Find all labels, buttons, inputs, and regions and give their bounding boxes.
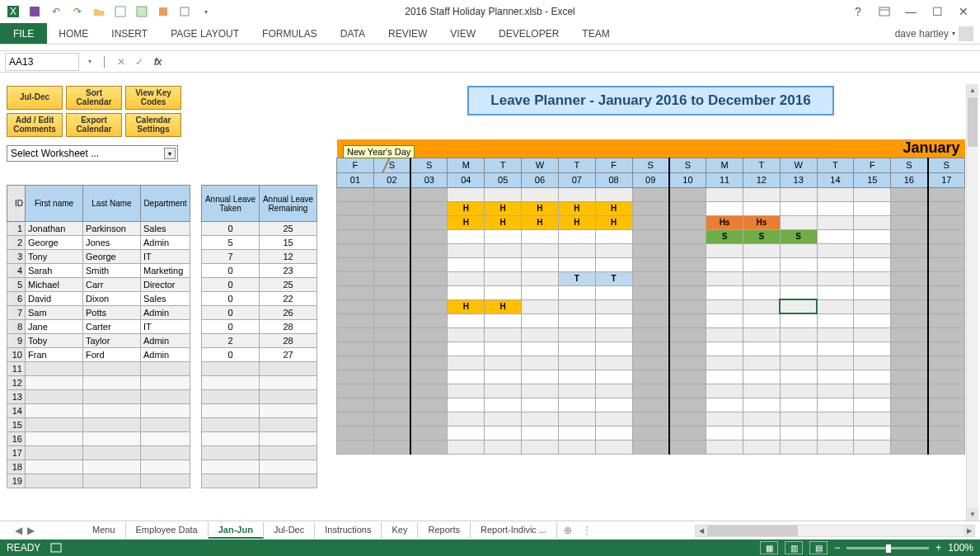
calendar-cell[interactable] — [928, 412, 965, 426]
calendar-cell[interactable] — [522, 271, 559, 285]
calendar-cell[interactable] — [632, 215, 669, 229]
calendar-cell[interactable] — [485, 342, 522, 356]
calendar-cell[interactable] — [706, 313, 743, 327]
calendar-cell[interactable] — [595, 440, 632, 454]
calendar-cell[interactable] — [558, 243, 595, 257]
table-row[interactable] — [202, 446, 317, 460]
calendar-cell[interactable] — [891, 384, 928, 398]
calendar-cell[interactable] — [854, 356, 891, 370]
calendar-cell[interactable]: H — [448, 299, 485, 313]
table-row[interactable]: 10 Fran Ford Admin — [7, 348, 190, 362]
table-row[interactable]: 025 — [202, 278, 317, 292]
calendar-cell[interactable] — [669, 426, 706, 440]
ribbon-tab-home[interactable]: HOME — [47, 23, 100, 44]
ctrl-btn-jul-dec[interactable]: Jul-Dec — [7, 86, 63, 110]
calendar-cell[interactable]: S — [706, 229, 743, 243]
table-row[interactable] — [202, 376, 317, 390]
calendar-cell[interactable] — [448, 426, 485, 440]
calendar-cell[interactable] — [928, 327, 965, 342]
calendar-cell[interactable] — [891, 229, 928, 243]
calendar-cell[interactable]: H — [485, 299, 522, 313]
calendar-cell[interactable] — [373, 356, 410, 370]
calendar-cell[interactable] — [632, 370, 669, 384]
calendar-cell[interactable] — [522, 412, 559, 426]
calendar-cell[interactable] — [558, 187, 595, 201]
calendar-cell[interactable] — [780, 257, 817, 271]
calendar-cell[interactable] — [780, 201, 817, 215]
calendar-cell[interactable] — [632, 440, 669, 454]
table-row[interactable]: 228 — [202, 334, 317, 348]
minimize-icon[interactable]: — — [901, 3, 921, 20]
calendar-cell[interactable] — [928, 243, 965, 257]
calendar-cell[interactable] — [373, 384, 410, 398]
sheet-tab-jul-dec[interactable]: Jul-Dec — [264, 522, 315, 539]
calendar-cell[interactable] — [558, 370, 595, 384]
calendar-cell[interactable] — [595, 299, 632, 313]
calendar-cell[interactable] — [632, 384, 669, 398]
calendar-cell[interactable] — [928, 426, 965, 440]
calendar-cell[interactable] — [706, 271, 743, 285]
calendar-cell[interactable] — [595, 313, 632, 327]
calendar-cell[interactable] — [669, 327, 706, 342]
calendar-cell[interactable] — [780, 313, 817, 327]
calendar-cell[interactable] — [706, 426, 743, 440]
table-row[interactable]: 023 — [202, 264, 317, 278]
calendar-cell[interactable] — [854, 271, 891, 285]
sheet-tab-key[interactable]: Key — [382, 522, 418, 539]
calendar-cell[interactable] — [817, 384, 854, 398]
calendar-cell[interactable] — [669, 257, 706, 271]
table-row[interactable]: 7 Sam Potts Admin — [7, 306, 190, 320]
table-row[interactable]: 16 — [7, 432, 190, 446]
calendar-cell[interactable] — [337, 440, 374, 454]
calendar-cell[interactable] — [448, 370, 485, 384]
macro-icon[interactable] — [50, 543, 62, 553]
calendar-cell[interactable] — [410, 398, 448, 412]
calendar-cell[interactable] — [891, 370, 928, 384]
calendar-cell[interactable] — [558, 384, 595, 398]
table-row[interactable]: 027 — [202, 348, 317, 362]
calendar-cell[interactable] — [410, 440, 448, 454]
calendar-cell[interactable] — [780, 398, 817, 412]
ribbon-tab-review[interactable]: REVIEW — [377, 23, 438, 44]
ctrl-btn-calendar-settings[interactable]: CalendarSettings — [125, 113, 181, 137]
calendar-cell[interactable] — [485, 370, 522, 384]
calendar-cell[interactable]: H — [485, 201, 522, 215]
calendar-cell[interactable] — [891, 215, 928, 229]
calendar-cell[interactable] — [854, 384, 891, 398]
user-account[interactable]: dave hartley ▾ — [895, 23, 980, 44]
calendar-cell[interactable] — [410, 412, 448, 426]
calendar-cell[interactable] — [817, 327, 854, 342]
calendar-cell[interactable] — [854, 215, 891, 229]
calendar-cell[interactable] — [706, 384, 743, 398]
calendar-cell[interactable] — [522, 426, 559, 440]
horizontal-scrollbar[interactable]: ◀ ▶ — [695, 525, 975, 537]
calendar-cell[interactable] — [373, 285, 410, 299]
calendar-cell[interactable] — [448, 271, 485, 285]
calendar-cell[interactable] — [706, 327, 743, 342]
calendar-cell[interactable] — [743, 327, 780, 342]
calendar-cell[interactable] — [780, 426, 817, 440]
calendar-cell[interactable] — [632, 342, 669, 356]
calendar-cell[interactable] — [337, 398, 374, 412]
calendar-cell[interactable] — [817, 356, 854, 370]
calendar-cell[interactable] — [485, 327, 522, 342]
calendar-cell[interactable] — [373, 201, 410, 215]
calendar-cell[interactable] — [558, 342, 595, 356]
calendar-cell[interactable] — [854, 201, 891, 215]
calendar-cell[interactable] — [854, 187, 891, 201]
calendar-cell[interactable] — [448, 187, 485, 201]
calendar-row[interactable] — [337, 370, 965, 384]
calendar-cell[interactable] — [373, 342, 410, 356]
calendar-cell[interactable]: H — [522, 215, 559, 229]
calendar-cell[interactable] — [485, 187, 522, 201]
calendar-cell[interactable] — [558, 299, 595, 313]
table-row[interactable]: 14 — [7, 404, 190, 418]
calendar-cell[interactable] — [743, 370, 780, 384]
scroll-up-icon[interactable]: ▲ — [967, 84, 978, 97]
sheet-tab-reports[interactable]: Reports — [418, 522, 471, 539]
sheet-tab-menu[interactable]: Menu — [82, 522, 126, 539]
calendar-cell[interactable] — [669, 215, 706, 229]
calendar-cell[interactable] — [928, 229, 965, 243]
calendar-cell[interactable] — [337, 187, 374, 201]
calendar-cell[interactable] — [780, 342, 817, 356]
